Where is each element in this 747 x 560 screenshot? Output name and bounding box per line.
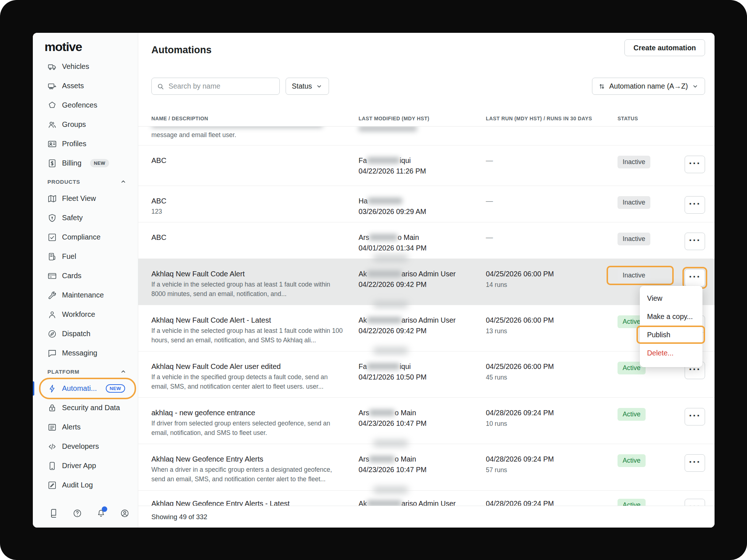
menu-item-publish[interactable]: Publish: [640, 326, 703, 344]
chevron-down-icon: [692, 83, 699, 90]
app-window: motive VehiclesAssetsGeofencesGroupsProf…: [33, 33, 715, 528]
table-row[interactable]: Akhlaq New Geofence Entry Alerts - Lates…: [138, 491, 715, 506]
sidebar-item-fleet-view[interactable]: Fleet View: [33, 189, 138, 208]
last-run-date: 04/28/2026 09:24 PM: [486, 408, 618, 418]
screen-frame: motive VehiclesAssetsGeofencesGroupsProf…: [0, 0, 747, 560]
table-header: NAME / DESCRIPTION LAST MODIFIED (MDY HS…: [138, 110, 715, 127]
search-input[interactable]: [168, 82, 274, 91]
fuel-icon: [47, 252, 57, 261]
table-row[interactable]: akhlaq - new geofence entranceIf driver …: [138, 398, 715, 444]
account-icon[interactable]: [120, 509, 129, 518]
menu-item-view[interactable]: View: [640, 289, 703, 307]
row-menu-button[interactable]: [685, 196, 705, 214]
sidebar-item-label: Fleet View: [62, 194, 96, 203]
sidebar-item-messaging[interactable]: Messaging: [33, 343, 138, 363]
last-modified-cell: Arso Main04/23/2026 10:47 PM: [359, 454, 486, 490]
table-row[interactable]: Akhlaq New Fault Code Aler user editedIf…: [138, 351, 715, 398]
sidebar-item-label: Audit Log: [62, 481, 93, 489]
sort-dropdown[interactable]: Automation name (A→Z): [592, 78, 705, 95]
resources-icon[interactable]: [49, 509, 58, 518]
sidebar-item-label: Driver App: [62, 462, 96, 470]
sidebar-item-dispatch[interactable]: Dispatch: [33, 324, 138, 343]
sidebar-item-developers[interactable]: Developers: [33, 437, 138, 456]
status-filter-dropdown[interactable]: Status: [286, 78, 329, 95]
actions-cell: [685, 408, 705, 444]
chevron-up-icon: [120, 178, 127, 185]
column-header-last-run: LAST RUN (MDY HST) / RUNS IN 30 DAYS: [486, 116, 618, 121]
menu-item-make-a-copy[interactable]: Make a copy...: [640, 307, 703, 326]
status-badge: Inactive: [618, 233, 650, 245]
table-row[interactable]: ABC123Ha03/26/2026 09:29 AM—Inactive: [138, 186, 715, 222]
row-context-menu: ViewMake a copy...PublishDelete...: [640, 286, 703, 367]
table-body: message and email fleet user.ABCFaiqui04…: [138, 127, 715, 506]
sidebar-section-platform[interactable]: PLATFORM: [33, 364, 138, 379]
last-modified-cell: Akariso Admin User04/22/2026 09:42 PM: [359, 315, 486, 351]
sidebar-item-fuel[interactable]: Fuel: [33, 247, 138, 266]
sidebar-item-profiles[interactable]: Profiles: [33, 134, 138, 153]
modified-date: 04/23/2026 10:47 PM: [359, 419, 486, 428]
messaging-icon: [47, 349, 57, 358]
last-run-cell: —: [486, 233, 618, 258]
sidebar-item-maintenance[interactable]: Maintenance: [33, 285, 138, 305]
notifications-button[interactable]: [96, 509, 106, 518]
sidebar-item-safety[interactable]: Safety: [33, 208, 138, 228]
sidebar-section-products[interactable]: PRODUCTS: [33, 174, 138, 189]
table-row[interactable]: ABCArso Main04/01/2026 01:34 PM—Inactive: [138, 222, 715, 259]
status-cell: Inactive: [618, 233, 685, 258]
row-menu-button[interactable]: [685, 156, 705, 173]
sidebar-item-geofences[interactable]: Geofences: [33, 96, 138, 115]
row-menu-button[interactable]: [685, 233, 705, 250]
help-icon[interactable]: [73, 509, 82, 518]
search-box[interactable]: [151, 78, 280, 95]
automation-name: Akhlaq New Fault Code Alert - Latest: [151, 315, 359, 325]
sidebar-item-workforce[interactable]: Workforce: [33, 305, 138, 324]
sidebar-item-automati[interactable]: Automati...NEW: [33, 379, 138, 398]
sidebar-item-audit-log[interactable]: Audit Log: [33, 475, 138, 495]
last-run-date: 04/25/2026 06:00 PM: [486, 315, 618, 325]
sidebar-item-groups[interactable]: Groups: [33, 115, 138, 134]
sidebar-item-compliance[interactable]: Compliance: [33, 228, 138, 247]
redacted-name: [367, 271, 402, 277]
sidebar-nav: VehiclesAssetsGeofencesGroupsProfilesBil…: [33, 61, 138, 495]
row-menu-button[interactable]: [685, 499, 705, 506]
sidebar-item-vehicles[interactable]: Vehicles: [33, 61, 138, 76]
status-badge: Active: [618, 454, 646, 467]
sidebar-item-security-and-data[interactable]: Security and Data: [33, 398, 138, 417]
last-modified-cell: Faiqui04/22/2026 11:26 PM: [359, 156, 486, 186]
sidebar-item-assets[interactable]: Assets: [33, 76, 138, 96]
sidebar: motive VehiclesAssetsGeofencesGroupsProf…: [33, 33, 138, 528]
vehicles-icon: [47, 62, 57, 71]
sidebar-item-label: Alerts: [62, 423, 81, 431]
table-row[interactable]: Akhlaq New Fault Code AlertIf a vehicle …: [138, 259, 715, 305]
table-row[interactable]: ABCFaiqui04/22/2026 11:26 PM—Inactive: [138, 145, 715, 186]
last-run-date: —: [486, 156, 618, 166]
sidebar-item-label: Dispatch: [62, 330, 90, 338]
sidebar-item-alerts[interactable]: Alerts: [33, 417, 138, 437]
table-row[interactable]: Akhlaq New Fault Code Alert - LatestIf a…: [138, 305, 715, 351]
sidebar-item-billing[interactable]: BillingNEW: [33, 153, 138, 173]
sidebar-item-cards[interactable]: Cards: [33, 266, 138, 285]
section-header-label: PLATFORM: [47, 369, 80, 375]
results-summary: Showing 49 of 332: [151, 513, 207, 521]
developers-icon: [47, 442, 57, 451]
runs-count: 14 runs: [486, 280, 618, 289]
new-badge: NEW: [90, 159, 109, 167]
last-modified-cell: Arso Main04/23/2026 10:47 PM: [359, 408, 486, 444]
automation-description: message and email fleet user.: [151, 130, 359, 140]
row-menu-button[interactable]: [685, 269, 705, 287]
dispatch-icon: [47, 329, 57, 339]
sidebar-item-label: Messaging: [62, 349, 97, 357]
automation-description: When a driver in a specific group enters…: [151, 465, 359, 484]
last-modified-cell: Akariso Admin User: [359, 499, 486, 506]
sidebar-item-label: Billing: [62, 159, 81, 167]
create-automation-button[interactable]: Create automation: [624, 39, 705, 56]
row-menu-button[interactable]: [685, 408, 705, 425]
table-row[interactable]: Akhlaq New Geofence Entry AlertsWhen a d…: [138, 444, 715, 491]
sidebar-item-driver-app[interactable]: Driver App: [33, 456, 138, 475]
row-menu-button[interactable]: [685, 454, 705, 472]
last-run-cell: 04/25/2026 06:00 PM14 runs: [486, 269, 618, 305]
menu-item-delete[interactable]: Delete...: [640, 344, 703, 362]
automation-name: ABC: [151, 196, 359, 206]
sidebar-item-label: Fuel: [62, 252, 76, 261]
table-row-partial[interactable]: message and email fleet user.: [138, 127, 715, 145]
